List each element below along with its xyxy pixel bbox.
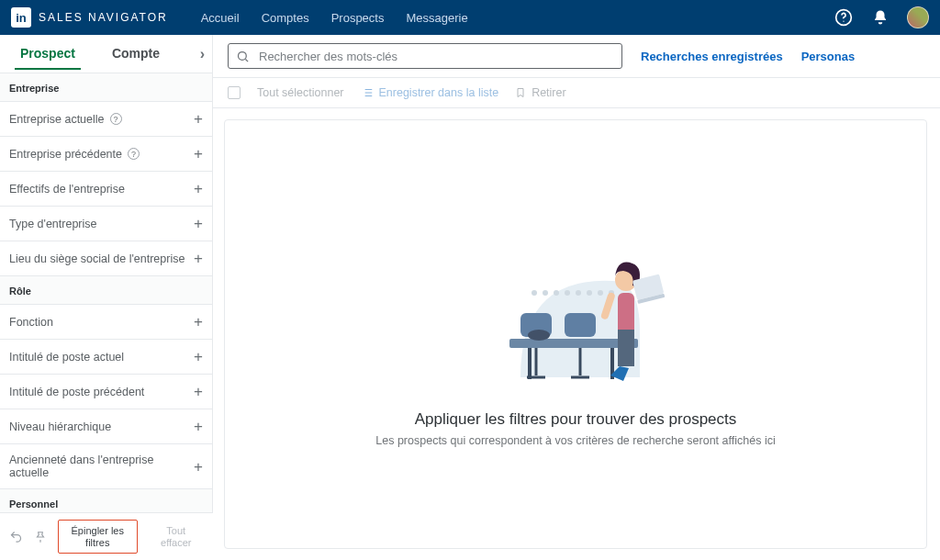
filter-current-company[interactable]: Entreprise actuelle ? + [0,102,212,137]
pin-icon[interactable] [34,531,47,543]
info-icon[interactable]: ? [128,148,140,160]
app-name: SALES NAVIGATOR [39,11,168,24]
filter-label: Ancienneté dans l'entreprise actuelle [9,454,194,479]
empty-subtitle: Les prospects qui correspondent à vos cr… [375,434,775,447]
search-icon [236,50,250,63]
tab-account[interactable]: Compte [106,38,165,70]
plus-icon[interactable]: + [194,349,203,364]
filter-label: Type d'entreprise [9,218,97,230]
svg-rect-22 [618,330,634,366]
filter-current-title[interactable]: Intitulé de poste actuel + [0,340,212,375]
nav-home[interactable]: Accueil [201,11,240,25]
main-area: Recherches enregistrées Personas Tout sé… [213,35,940,560]
section-role: Rôle [0,276,212,305]
filter-seniority[interactable]: Niveau hiérarchique + [0,409,212,444]
svg-point-8 [587,290,592,296]
saved-searches-link[interactable]: Recherches enregistrées [641,50,783,63]
svg-point-3 [532,290,537,296]
plus-icon[interactable]: + [194,146,203,162]
info-icon[interactable]: ? [110,113,122,125]
plus-icon[interactable]: + [194,111,203,127]
filter-list: Entreprise Entreprise actuelle ? + Entre… [0,73,212,560]
filter-company-type[interactable]: Type d'entreprise + [0,207,212,241]
clear-all-label: Tout effacer [161,525,191,548]
plus-icon[interactable]: + [194,216,203,231]
svg-point-5 [554,290,559,296]
sidebar-footer: Épingler les filtres Tout effacer [0,512,213,560]
pin-filters-button[interactable]: Épingler les filtres [58,520,138,554]
svg-point-2 [239,51,247,60]
plus-icon[interactable]: + [194,419,203,434]
svg-point-20 [528,330,550,341]
list-icon [361,86,374,99]
bulk-action-row: Tout sélectionner Enregistrer dans la li… [213,78,940,108]
search-bar-row: Recherches enregistrées Personas [213,35,940,78]
filter-past-title[interactable]: Intitulé de poste précédent + [0,375,212,409]
plus-icon[interactable]: + [194,459,203,475]
avatar[interactable] [907,6,929,28]
empty-illustration [456,221,695,405]
nav-messaging[interactable]: Messagerie [406,11,467,25]
filter-sidebar: Prospect Compte › Entreprise Entreprise … [0,35,213,560]
linkedin-icon: in [11,7,31,28]
svg-point-7 [576,290,581,296]
app-logo: in SALES NAVIGATOR [11,7,168,28]
svg-rect-15 [565,313,596,337]
bell-icon[interactable] [870,7,890,28]
sidebar-tabs: Prospect Compte › [0,35,212,73]
select-all-checkbox[interactable] [228,86,241,99]
help-icon[interactable] [834,7,854,28]
svg-point-1 [843,21,844,22]
plus-icon[interactable]: + [194,384,203,399]
filter-label: Fonction [9,316,53,329]
filter-past-company[interactable]: Entreprise précédente ? + [0,137,212,172]
filter-label: Lieu du siège social de l'entreprise [9,252,185,265]
header-actions [834,6,929,28]
remove-label: Retirer [532,86,566,99]
save-to-list-label: Enregistrer dans la liste [379,86,499,99]
filter-label: Intitulé de poste précédent [9,386,144,398]
chevron-right-icon[interactable]: › [200,46,205,62]
nav-leads[interactable]: Prospects [331,11,385,25]
plus-icon[interactable]: + [194,251,203,266]
filter-company-headcount[interactable]: Effectifs de l'entreprise + [0,172,212,207]
plus-icon[interactable]: + [194,181,203,196]
select-all-label: Tout sélectionner [257,86,344,99]
filter-label: Intitulé de poste actuel [9,351,124,364]
plus-icon[interactable]: + [194,314,203,330]
search-input[interactable] [257,49,614,64]
filter-label: Entreprise actuelle [9,113,105,126]
svg-point-6 [565,290,570,296]
bookmark-icon [515,86,526,99]
save-to-list-button[interactable]: Enregistrer dans la liste [361,86,499,99]
main-nav: Accueil Comptes Prospects Messagerie [201,11,834,25]
results-canvas: Appliquer les filtres pour trouver des p… [224,119,927,549]
pin-filters-label: Épingler les filtres [72,525,124,548]
remove-button[interactable]: Retirer [515,86,566,99]
search-box[interactable] [228,43,622,69]
app-header: in SALES NAVIGATOR Accueil Comptes Prosp… [0,0,940,35]
undo-icon[interactable] [9,530,23,543]
svg-point-9 [598,290,603,296]
empty-title: Appliquer les filtres pour trouver des p… [415,410,737,429]
svg-point-4 [543,290,548,296]
filter-company-hq[interactable]: Lieu du siège social de l'entreprise + [0,241,212,276]
tab-prospect[interactable]: Prospect [15,38,81,70]
nav-accounts[interactable]: Comptes [262,11,309,25]
filter-tenure-current[interactable]: Ancienneté dans l'entreprise actuelle + [0,444,212,489]
personas-link[interactable]: Personas [801,50,856,63]
filter-label: Niveau hiérarchique [9,420,111,433]
filter-label: Entreprise précédente [9,148,122,161]
filter-label: Effectifs de l'entreprise [9,183,125,196]
svg-rect-12 [528,348,532,379]
section-company: Entreprise [0,73,212,102]
filter-function[interactable]: Fonction + [0,305,212,340]
clear-all-button[interactable]: Tout effacer [149,521,205,553]
